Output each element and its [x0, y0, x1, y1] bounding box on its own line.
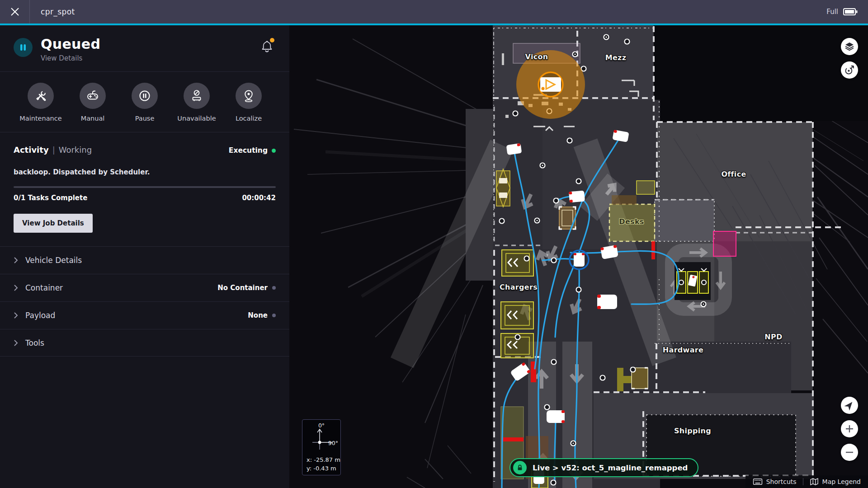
vehicle-status: Queued	[41, 36, 100, 52]
battery-icon	[843, 6, 858, 17]
chevron-right-icon	[14, 257, 18, 264]
zoom-out-button[interactable]	[841, 444, 858, 461]
zoom-in-button[interactable]	[841, 420, 858, 437]
robot-marker	[569, 191, 585, 203]
chevron-right-icon	[14, 284, 18, 291]
live-map-version-banner[interactable]: Live > v52: oct_5_magline_remapped	[509, 458, 698, 477]
robot-marker	[597, 295, 617, 309]
compass-widget: 0° 90° x: -25.87 m y: -0.43 m	[302, 419, 341, 475]
shortcuts-button[interactable]: Shortcuts	[753, 478, 797, 486]
footer-divider	[803, 478, 803, 485]
map-pin-icon	[241, 89, 256, 103]
collapsible-sections: Vehicle Details Container No Container P…	[0, 246, 289, 357]
lock-badge	[513, 461, 527, 474]
status-dot	[272, 286, 276, 290]
section-tools[interactable]: Tools	[0, 329, 289, 357]
pause-circle-icon	[137, 89, 152, 103]
chevron-right-icon	[14, 312, 18, 319]
job-description: backloop. Dispatched by Scheduler.	[14, 168, 276, 176]
layers-button[interactable]	[841, 38, 858, 55]
lock-icon	[516, 464, 524, 471]
locate-button[interactable]	[841, 397, 858, 414]
payload-value: None	[248, 311, 276, 319]
section-vehicle-details[interactable]: Vehicle Details	[0, 246, 289, 274]
live-map-version-text: Live > v52: oct_5_magline_remapped	[533, 464, 688, 472]
vehicle-actions-toolbar: Maintenance Manual	[0, 71, 289, 132]
locate-icon	[844, 400, 855, 411]
paused-status-icon	[14, 38, 33, 57]
activity-section: Activity|Working Executing backloop. Dis…	[0, 132, 289, 246]
vehicle-status-header: Queued View Details	[0, 25, 289, 71]
view-details-link[interactable]: View Details	[41, 54, 100, 62]
notification-dot	[270, 38, 274, 42]
unavailable-icon	[189, 89, 204, 103]
coordinate-x: x: -25.87 m	[307, 456, 340, 463]
window-titlebar: cpr_spot Full	[0, 0, 868, 23]
vehicle-panel: Queued View Details	[0, 25, 289, 488]
compass-axes-icon	[302, 426, 341, 458]
activity-title: Activity|Working	[14, 145, 92, 155]
pause-button[interactable]: Pause	[119, 83, 170, 122]
executing-dot	[272, 149, 276, 153]
view-job-details-button[interactable]: View Job Details	[14, 214, 93, 233]
zoom-in-icon	[844, 424, 854, 434]
close-icon	[9, 6, 21, 18]
loop-charger-station	[675, 262, 711, 300]
map-canvas[interactable]	[289, 25, 868, 488]
status-dot	[272, 314, 276, 317]
container-value: No Container	[217, 284, 276, 292]
notifications-button[interactable]	[261, 40, 273, 54]
robot-marker	[547, 410, 565, 423]
section-payload[interactable]: Payload None	[0, 301, 289, 329]
vehicle-name-title: cpr_spot	[41, 7, 75, 16]
execution-status-badge: Executing	[229, 146, 276, 155]
section-container[interactable]: Container No Container	[0, 274, 289, 301]
selected-robot-marker[interactable]	[516, 50, 585, 119]
map-icon	[810, 478, 819, 486]
task-progress-bar	[14, 186, 276, 188]
maintenance-button[interactable]: Maintenance	[15, 83, 66, 122]
zone-magenta	[713, 231, 736, 256]
map-footer-bar: Shortcuts Map Legend	[745, 475, 868, 488]
manual-button[interactable]: Manual	[67, 83, 118, 122]
keyboard-icon	[753, 478, 763, 486]
unavailable-button[interactable]: Unavailable	[171, 83, 222, 122]
chevron-right-icon	[14, 339, 18, 347]
zoom-out-icon	[844, 447, 854, 457]
battery-label: Full	[826, 8, 838, 16]
layers-icon	[844, 41, 855, 52]
battery-indicator: Full	[826, 0, 858, 23]
tasks-complete-label: 0/1 Tasks Complete	[14, 194, 87, 202]
gamepad-icon	[85, 89, 100, 103]
localize-button[interactable]: Localize	[223, 83, 274, 122]
goal-icon	[844, 64, 855, 76]
facility-map[interactable]: Vicon Mezz Office Desks Chargers Hardwar…	[289, 25, 868, 488]
close-panel-button[interactable]	[0, 0, 30, 23]
coordinate-y: y: -0.43 m	[307, 465, 336, 472]
robot-marker	[506, 143, 522, 155]
maintenance-icon	[33, 89, 48, 103]
zone-desks	[609, 204, 655, 241]
goal-button[interactable]	[841, 61, 858, 79]
map-legend-button[interactable]: Map Legend	[810, 478, 861, 486]
elapsed-time: 00:00:42	[242, 194, 276, 202]
